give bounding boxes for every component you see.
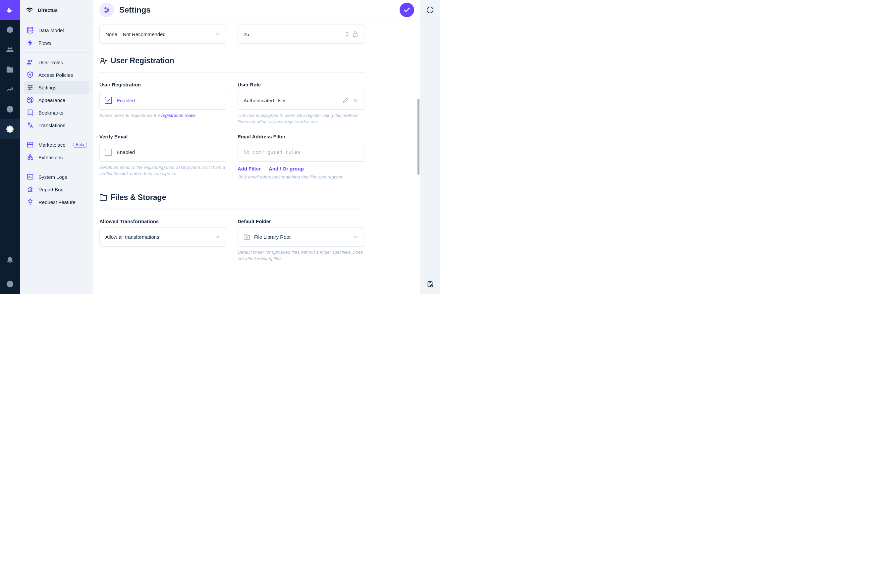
beta-badge: Beta [73,142,87,148]
nav-request-feature[interactable]: Request Feature [24,196,89,208]
nav-label: Access Policies [38,72,73,78]
nav-report-bug[interactable]: Report Bug [24,183,89,196]
storefront-icon [27,141,34,148]
select-allowed-transformations[interactable]: Allow all transformations [99,228,226,247]
svg-point-7 [29,85,30,86]
project-header[interactable]: Directus [20,0,93,20]
chevron-down-icon [352,234,358,240]
rail-files[interactable] [0,60,20,80]
rail-insights[interactable] [0,80,20,99]
main: Settings None – Not Recommended [93,0,420,294]
nav-marketplace[interactable]: Marketplace Beta [24,138,89,151]
scrollbar-thumb[interactable] [417,99,420,175]
svg-point-4 [27,27,33,29]
rail-docs[interactable] [0,99,20,119]
checkbox-icon [105,97,112,104]
page-title: Settings [119,5,151,15]
checkbox-label: Enabled [117,98,135,103]
svg-point-25 [101,58,104,61]
select-value: File Library Root [254,234,352,240]
select-input[interactable]: None – Not Recommended [99,24,226,44]
svg-point-3 [9,282,11,284]
page-icon [99,3,114,17]
save-button[interactable] [400,3,414,17]
svg-point-21 [107,9,109,10]
nav-settings[interactable]: Settings [24,81,89,94]
svg-point-11 [29,89,30,90]
svg-rect-24 [353,34,357,36]
bug-icon [27,186,34,193]
checkbox-user-registration[interactable]: Enabled [99,91,226,110]
number-stepper[interactable] [345,32,349,37]
activity-button[interactable] [420,274,440,294]
number-input[interactable]: 25 [238,24,364,44]
and-or-group-button[interactable]: And / Or group [269,166,304,171]
select-value: None – Not Recommended [105,32,214,37]
nav-appearance[interactable]: Appearance [24,94,89,106]
rail-account[interactable] [0,274,20,294]
hint: Only email addresses matching this filte… [238,174,364,180]
nav-label: Translations [38,123,65,128]
logo[interactable] [0,0,20,20]
content-scroll[interactable]: None – Not Recommended 25 [93,20,420,294]
svg-point-5 [30,74,31,75]
nav-data-model[interactable]: Data Model [24,24,89,36]
tune-icon [27,84,34,91]
category-icon [27,154,34,161]
nav-translations[interactable]: Translations [24,119,89,132]
rail-content[interactable] [0,20,20,40]
nav-label: Flows [38,40,51,46]
hint: This role is assigned to users who regis… [238,112,364,125]
edit-icon[interactable] [343,97,349,104]
label-email-filter: Email Address Filter [238,134,364,140]
chevron-up-icon [345,32,349,34]
clipboard-clock-icon [426,280,434,288]
nav-system-logs[interactable]: System Logs [24,171,89,183]
input-user-role[interactable]: Authenticated User [238,91,364,110]
label-user-registration: User Registration [99,82,226,87]
nav-bookmarks[interactable]: Bookmarks [24,106,89,119]
right-rail [420,0,440,294]
nav-label: Appearance [38,98,65,103]
section-files-storage: Files & Storage [99,193,364,209]
checkbox-label: Enabled [117,149,135,155]
terminal-icon [27,173,34,180]
hint: Allows users to register via the registr… [99,112,226,119]
bookmark-icon [27,109,34,116]
checkbox-verify-email[interactable]: Enabled [99,143,226,162]
nav-user-roles[interactable]: User Roles [24,56,89,69]
wifi-icon [26,6,33,14]
section-user-registration: User Registration [99,56,364,72]
nav-label: Settings [38,85,56,90]
nav-label: Extensions [38,154,63,160]
sidebar: Directus Data Model Flows User Roles Acc… [20,0,93,294]
clear-icon[interactable] [352,97,358,104]
rail-notifications[interactable] [0,250,20,270]
svg-rect-16 [27,174,33,180]
bolt-icon [27,39,34,46]
nav-label: Report Bug [38,187,64,192]
new-icon [27,198,34,206]
add-filter-button[interactable]: Add Filter [238,166,261,171]
nav-label: Marketplace [38,142,66,148]
rail-settings[interactable] [0,119,20,139]
nav-label: Request Feature [38,199,75,205]
nav-access-policies[interactable]: Access Policies [24,69,89,81]
nav-extensions[interactable]: Extensions [24,151,89,164]
person-add-icon [99,57,107,65]
folder-icon [99,194,107,201]
chevron-down-icon [345,34,349,37]
module-rail [0,0,20,294]
check-icon [403,6,411,14]
info-button[interactable] [420,0,440,20]
nav-flows[interactable]: Flows [24,36,89,49]
label-default-folder: Default Folder [238,219,364,224]
input-value: Authenticated User [244,98,343,103]
hint-link[interactable]: registration route [161,113,195,118]
svg-point-15 [31,99,32,100]
svg-point-13 [29,99,30,100]
rail-users[interactable] [0,40,20,60]
input-email-filter[interactable]: No configured rules [238,143,364,162]
select-default-folder[interactable]: File Library Root [238,228,364,247]
nav-label: Bookmarks [38,110,63,116]
